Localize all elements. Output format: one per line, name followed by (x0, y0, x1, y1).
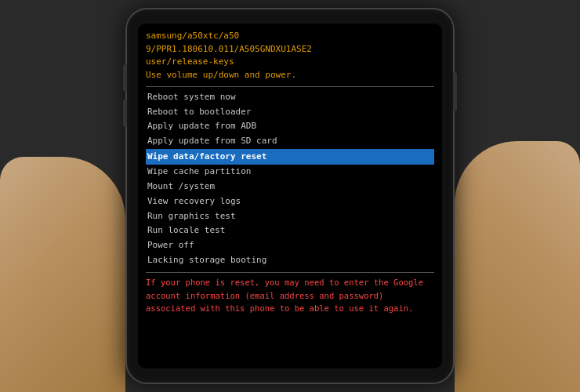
menu-item-reboot-system: Reboot system now (146, 90, 434, 105)
menu-item-view-logs: View recovery logs (146, 194, 434, 209)
menu-item-lacking-storage: Lacking storage booting (146, 253, 434, 268)
phone-screen: samsung/a50xtc/a50 9/PPR1.180610.011/A50… (138, 24, 442, 368)
menu-item-apply-adb: Apply update from ADB (146, 119, 434, 134)
power-button (453, 72, 457, 111)
menu-item-graphics-test: Run graphics test (146, 209, 434, 224)
menu-item-wipe-data[interactable]: Wipe data/factory reset (146, 149, 434, 165)
warning-message: If your phone is reset, you may need to … (146, 276, 434, 314)
menu-item-power-off: Power off (146, 238, 434, 253)
hand-right (455, 141, 580, 392)
device-info-line2: 9/PPR1.180610.011/A505GNDXU1ASE2 (146, 43, 434, 56)
menu-item-mount-system: Mount /system (146, 180, 434, 194)
volume-up-button (123, 64, 127, 92)
device-info-line1: samsung/a50xtc/a50 (146, 30, 434, 43)
hand-left (0, 157, 125, 392)
menu-item-reboot-bootloader: Reboot to bootloader (146, 105, 434, 120)
phone-body: samsung/a50xtc/a50 9/PPR1.180610.011/A50… (125, 8, 455, 384)
scene: samsung/a50xtc/a50 9/PPR1.180610.011/A50… (0, 0, 580, 392)
device-info-line3: user/release-keys (146, 56, 434, 69)
recovery-menu: Reboot system now Reboot to bootloader A… (146, 90, 434, 267)
device-info-header: samsung/a50xtc/a50 9/PPR1.180610.011/A50… (146, 30, 434, 82)
device-info-line4: Use volume up/down and power. (146, 69, 434, 82)
volume-down-button (123, 100, 127, 127)
menu-item-wipe-cache: Wipe cache partition (146, 165, 434, 180)
divider-top (146, 86, 434, 87)
menu-item-locale-test: Run locale test (146, 223, 434, 238)
menu-item-apply-sdcard: Apply update from SD card (146, 134, 434, 149)
divider-bottom (146, 272, 434, 273)
